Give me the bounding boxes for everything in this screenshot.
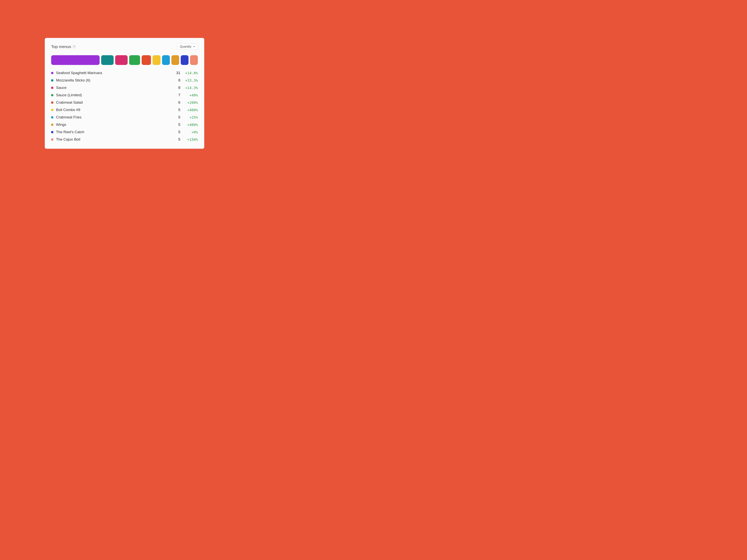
- color-swatch: [51, 72, 53, 74]
- bar-segment: [162, 55, 170, 65]
- color-swatch: [51, 87, 53, 89]
- bar-segment: [181, 55, 188, 65]
- item-change: +14.3%: [180, 86, 198, 90]
- item-value: 5: [171, 130, 180, 134]
- list-item: The Cajun Boil5+150%: [51, 137, 198, 141]
- color-swatch: [51, 131, 53, 133]
- bar-segment: [171, 55, 179, 65]
- item-name: Sauce (Limited): [56, 93, 171, 97]
- item-change: +14.8%: [180, 71, 198, 75]
- bar-segment: [129, 55, 140, 65]
- card-title: Top menus: [51, 44, 71, 49]
- proportional-bar: [51, 55, 198, 65]
- color-swatch: [51, 94, 53, 96]
- item-name: The Cajun Boil: [56, 137, 171, 141]
- bar-segment: [51, 55, 100, 65]
- item-change: +150%: [180, 137, 198, 141]
- color-swatch: [51, 138, 53, 140]
- item-name: Crabmeat Salad: [56, 100, 171, 105]
- item-name: Crabmeat Fries: [56, 115, 171, 119]
- color-swatch: [51, 102, 53, 104]
- item-value: 8: [171, 78, 180, 82]
- metric-dropdown[interactable]: Quantity: [177, 44, 198, 50]
- item-change: +33.3%: [180, 78, 198, 82]
- item-name: Seafood Spaghetti Marinara: [56, 71, 171, 75]
- list-item: The Reel's Catch5+0%: [51, 130, 198, 134]
- bar-segment: [153, 55, 160, 65]
- item-name: The Reel's Catch: [56, 130, 171, 134]
- item-value: 31: [171, 71, 180, 75]
- item-change: +400%: [180, 108, 198, 112]
- color-swatch: [51, 79, 53, 81]
- color-swatch: [51, 109, 53, 111]
- list-item: Sauce (Limited)7+40%: [51, 93, 198, 97]
- list-item: Boil Combo #95+400%: [51, 108, 198, 112]
- dropdown-label: Quantity: [180, 45, 191, 48]
- item-value: 8: [171, 85, 180, 90]
- item-change: +25%: [180, 115, 198, 119]
- item-value: 5: [171, 137, 180, 141]
- item-name: Mozzarella Sticks (6): [56, 78, 171, 82]
- list-item: Crabmeat Salad6+200%: [51, 100, 198, 105]
- bar-segment: [141, 55, 151, 65]
- item-name: Sauce: [56, 85, 171, 90]
- item-value: 5: [171, 115, 180, 119]
- item-value: 5: [171, 108, 180, 112]
- bar-segment: [115, 55, 128, 65]
- item-name: Boil Combo #9: [56, 108, 171, 112]
- list-item: Crabmeat Fries5+25%: [51, 115, 198, 119]
- top-menus-card: Top menus ? Quantity Seafood Spaghetti M…: [45, 38, 204, 149]
- color-swatch: [51, 116, 53, 118]
- item-value: 7: [171, 93, 180, 97]
- item-name: Wings: [56, 123, 171, 127]
- item-change: +400%: [180, 123, 198, 127]
- chevron-down-icon: [194, 46, 195, 47]
- list-item: Seafood Spaghetti Marinara31+14.8%: [51, 71, 198, 75]
- list-item: Mozzarella Sticks (6)8+33.3%: [51, 78, 198, 82]
- card-header: Top menus ? Quantity: [51, 44, 198, 50]
- item-value: 5: [171, 123, 180, 127]
- item-change: +40%: [180, 93, 198, 97]
- color-swatch: [51, 124, 53, 126]
- item-value: 6: [171, 100, 180, 105]
- item-change: +0%: [180, 130, 198, 134]
- item-change: +200%: [180, 101, 198, 105]
- title-wrap: Top menus ?: [51, 44, 76, 49]
- help-icon[interactable]: ?: [73, 45, 76, 48]
- bar-segment: [101, 55, 113, 65]
- legend-list: Seafood Spaghetti Marinara31+14.8%Mozzar…: [51, 71, 198, 141]
- bar-segment: [190, 55, 198, 65]
- list-item: Wings5+400%: [51, 123, 198, 127]
- list-item: Sauce8+14.3%: [51, 85, 198, 90]
